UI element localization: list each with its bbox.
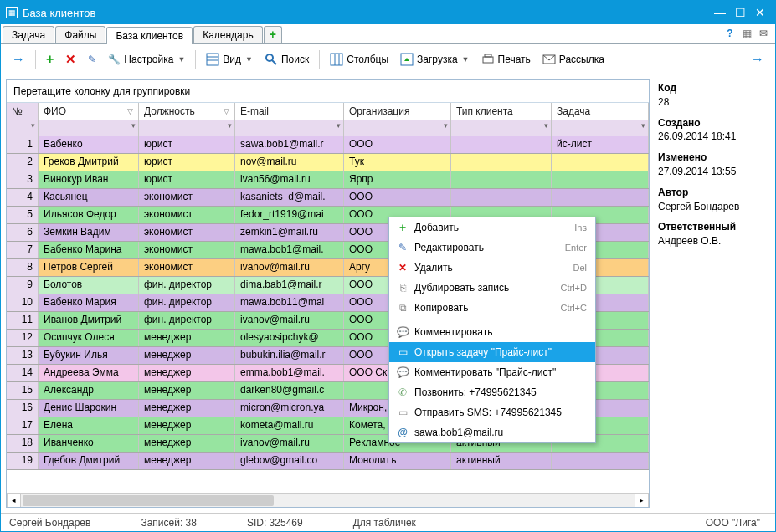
cell-fio[interactable]: Греков Дмитрий	[39, 154, 139, 171]
cell-email[interactable]: mawa.bob1@mail.	[235, 242, 344, 258]
cell-num[interactable]: 1	[7, 136, 39, 153]
cell-dol[interactable]: менеджер	[139, 417, 235, 434]
cell-num[interactable]: 4	[7, 189, 39, 206]
ctx-at[interactable]: @sawa.bob1@mail.ru	[389, 422, 595, 442]
delete-button[interactable]: ✕	[61, 49, 80, 69]
edit-button[interactable]: ✎	[84, 51, 100, 68]
cell-tip[interactable]	[451, 189, 552, 206]
cell-dol[interactable]: менеджер	[139, 435, 235, 452]
tab-task[interactable]: Задача	[3, 26, 54, 43]
ctx-sms[interactable]: ▭Отправить SMS: +74995621345	[389, 402, 595, 422]
cell-zad[interactable]	[552, 453, 649, 469]
cell-dol[interactable]: менеджер	[139, 365, 235, 381]
tab-clients[interactable]: База клиентов	[106, 27, 193, 44]
cell-dol[interactable]: экономист	[139, 189, 235, 206]
cell-num[interactable]: 8	[7, 259, 39, 276]
cell-tip[interactable]	[451, 154, 552, 171]
cell-tip[interactable]	[451, 136, 552, 153]
ctx-open[interactable]: ▭Открыть задачу "Прайс-лист"	[389, 342, 595, 362]
add-button[interactable]: +	[42, 49, 58, 69]
cell-email[interactable]: ivan56@mail.ru	[235, 171, 344, 188]
cell-num[interactable]: 13	[7, 347, 39, 364]
cell-fio[interactable]: Петров Сергей	[39, 259, 139, 276]
cell-org[interactable]: ООО	[344, 189, 451, 206]
help-icon[interactable]: ?	[723, 27, 737, 40]
table-row[interactable]: 1Бабенкоюристsawa.bob1@mail.rОООйс-лист	[7, 136, 649, 154]
nav-forward-right-button[interactable]: →	[747, 49, 768, 69]
minimize-button[interactable]: —	[710, 4, 730, 21]
cell-fio[interactable]: Бабенко	[39, 136, 139, 153]
ctx-plus[interactable]: +ДобавитьIns	[389, 217, 595, 238]
cell-dol[interactable]: экономист	[139, 224, 235, 241]
cell-email[interactable]: sawa.bob1@mail.r	[235, 136, 344, 153]
cell-fio[interactable]: Ильясов Федор	[39, 207, 139, 223]
cell-fio[interactable]: Иванов Дмитрий	[39, 312, 139, 329]
table-row[interactable]: 2Греков Дмитрийюристnov@mail.ruТук	[7, 154, 649, 171]
ctx-copy[interactable]: ⧉КопироватьCtrl+C	[389, 298, 595, 318]
cell-num[interactable]: 15	[7, 382, 39, 399]
col-tip[interactable]: Тип клиента	[451, 103, 552, 120]
cell-org[interactable]: Тук	[344, 154, 451, 171]
cell-dol[interactable]: фин. директор	[139, 277, 235, 294]
table-row[interactable]: 19Гдебов Дмитрийменеджерglebov@gmail.coМ…	[7, 453, 649, 470]
cell-email[interactable]: zemkin1@mail.ru	[235, 224, 344, 241]
scroll-right-button[interactable]: ▸	[635, 494, 649, 508]
table-row[interactable]: 3Винокур Иванюристivan56@mail.ruЯрпр	[7, 171, 649, 189]
cell-email[interactable]: emma.bob1@mail.	[235, 365, 344, 381]
cell-dol[interactable]: юрист	[139, 136, 235, 153]
filter-tip[interactable]	[451, 120, 552, 136]
cell-dol[interactable]: экономист	[139, 242, 235, 258]
cell-email[interactable]: kasaniets_d@mail.	[235, 189, 344, 206]
cell-dol[interactable]: юрист	[139, 154, 235, 171]
cell-num[interactable]: 19	[7, 453, 39, 469]
filter-org[interactable]	[344, 120, 451, 136]
cell-fio[interactable]: Касьянец	[39, 189, 139, 206]
cell-dol[interactable]: фин. директор	[139, 294, 235, 311]
scroll-left-button[interactable]: ◂	[7, 494, 21, 508]
ctx-x[interactable]: ✕УдалитьDel	[389, 258, 595, 278]
ctx-comment[interactable]: 💬Комментировать	[389, 322, 595, 342]
ctx-pencil[interactable]: ✎РедактироватьEnter	[389, 238, 595, 258]
cell-num[interactable]: 2	[7, 154, 39, 171]
close-button[interactable]: ✕	[750, 4, 770, 21]
cell-fio[interactable]: Земкин Вадим	[39, 224, 139, 241]
cell-fio[interactable]: Андреева Эмма	[39, 365, 139, 381]
table-row[interactable]: 4Касьянецэкономистkasaniets_d@mail.ООО	[7, 189, 649, 207]
cell-num[interactable]: 3	[7, 171, 39, 188]
cell-email[interactable]: ivanov@mail.ru	[235, 312, 344, 329]
cell-tip[interactable]: активный	[451, 453, 552, 469]
cell-zad[interactable]	[552, 189, 649, 206]
cell-fio[interactable]: Осипчук Олеся	[39, 330, 139, 346]
mail-icon[interactable]: ✉	[757, 27, 770, 40]
cell-dol[interactable]: юрист	[139, 171, 235, 188]
scroll-thumb[interactable]	[23, 495, 274, 506]
cell-num[interactable]: 12	[7, 330, 39, 346]
cell-email[interactable]: dima.bab1@mail.r	[235, 277, 344, 294]
tab-calendar[interactable]: Календарь	[193, 26, 263, 43]
cell-org[interactable]: Ярпр	[344, 171, 451, 188]
cell-tip[interactable]	[451, 171, 552, 188]
cell-dol[interactable]: менеджер	[139, 400, 235, 417]
cell-email[interactable]: mawa.bob11@mai	[235, 294, 344, 311]
maximize-button[interactable]: ☐	[730, 4, 750, 21]
cell-email[interactable]: micron@micron.ya	[235, 400, 344, 417]
cell-num[interactable]: 7	[7, 242, 39, 258]
cell-num[interactable]: 11	[7, 312, 39, 329]
cell-num[interactable]: 9	[7, 277, 39, 294]
cell-org[interactable]: ООО	[344, 136, 451, 153]
columns-button[interactable]: Столбцы	[326, 50, 393, 69]
tab-add[interactable]: +	[264, 26, 282, 43]
cell-fio[interactable]: Бабенко Марина	[39, 242, 139, 258]
cell-num[interactable]: 16	[7, 400, 39, 417]
col-email[interactable]: E-mail	[235, 103, 344, 120]
cell-zad[interactable]: йс-лист	[552, 136, 649, 153]
cell-email[interactable]: fedor_rt1919@mai	[235, 207, 344, 223]
filter-dol[interactable]	[139, 120, 235, 136]
cell-fio[interactable]: Бабенко Мария	[39, 294, 139, 311]
cell-num[interactable]: 18	[7, 435, 39, 452]
col-fio[interactable]: ФИО▽	[39, 103, 139, 120]
cell-dol[interactable]: менеджер	[139, 382, 235, 399]
cell-fio[interactable]: Денис Шарокин	[39, 400, 139, 417]
cell-num[interactable]: 6	[7, 224, 39, 241]
cell-dol[interactable]: экономист	[139, 259, 235, 276]
